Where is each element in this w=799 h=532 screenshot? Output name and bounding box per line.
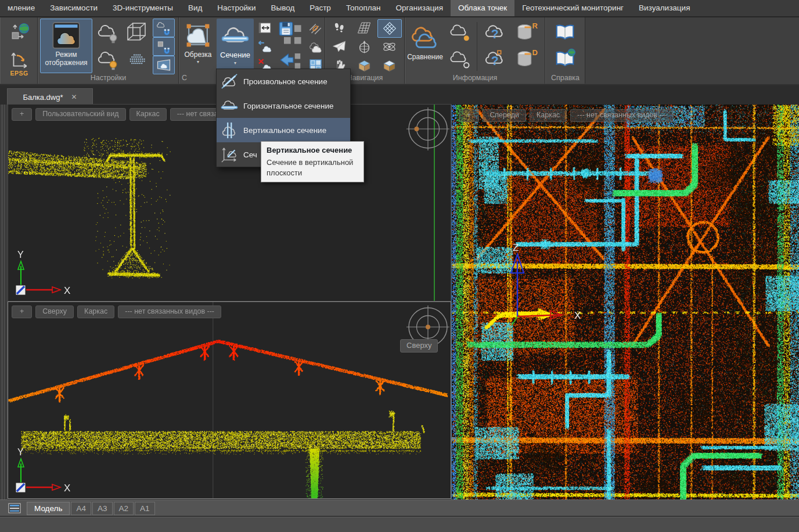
viewport-links-button[interactable]: --- нет связанных видов --- [118, 305, 221, 318]
epsg-button[interactable]: EPSG [6, 46, 32, 80]
layout-tab-a4[interactable]: А4 [71, 502, 91, 515]
cloud-image-button[interactable] [153, 56, 175, 74]
display-mode-button[interactable]: Режим отображения [40, 19, 92, 73]
compare-clouds-icon [410, 22, 440, 52]
help-button[interactable] [552, 19, 578, 45]
view-compass[interactable] [405, 106, 451, 152]
viewport-add-button[interactable]: + [459, 109, 479, 122]
point-density-button[interactable] [123, 46, 150, 71]
menu-item-vertical-section[interactable]: Вертикальное сечение [217, 118, 350, 142]
viewport-style-button[interactable]: Каркас [129, 108, 167, 121]
clip-button[interactable]: Обрезка ▾ [181, 19, 215, 73]
database-d-button[interactable]: D [512, 46, 541, 71]
fly-button[interactable] [327, 38, 351, 55]
free-orbit-button[interactable] [377, 38, 401, 55]
isolines-button[interactable] [307, 19, 324, 37]
help-book-icon [553, 21, 577, 43]
menubar: мление Зависимости 3D-инструменты Вид На… [0, 0, 799, 17]
clip-extents-button[interactable] [255, 19, 274, 37]
viewport-style-button[interactable]: Каркас [530, 109, 567, 122]
node-snap-button[interactable] [153, 37, 175, 56]
viewport-add-button[interactable]: + [12, 108, 32, 121]
cloud-lightbulb-orange-icon [96, 47, 119, 70]
ucs-icon: Y X [8, 446, 78, 497]
ribbon-panel-help: Справка [545, 17, 585, 84]
grid-mode-button[interactable] [377, 19, 402, 38]
footprints-icon [332, 20, 347, 35]
menu-tab-vizualizatsiya[interactable]: Визуализация [631, 0, 697, 16]
layout-tab-a1[interactable]: А1 [135, 502, 155, 515]
layout-tab-a2[interactable]: А2 [114, 502, 134, 515]
compass-dot[interactable] [426, 325, 430, 329]
geo-position-button[interactable] [6, 20, 32, 45]
ribbon-panel-info: Сравнение ? ? R D Информация [405, 17, 545, 84]
menu-tab-zavisimosti[interactable]: Зависимости [42, 0, 105, 16]
menu-tab-vyvod[interactable]: Вывод [264, 0, 303, 16]
globe-axes-icon [8, 21, 30, 44]
zoom-extents-button[interactable] [352, 56, 376, 74]
menu-tab-rastr[interactable]: Растр [302, 0, 339, 16]
bounding-box-button[interactable] [123, 19, 150, 45]
cloud-question-icon: ? [483, 20, 507, 44]
document-tab[interactable]: Балка.dwg* ✕ [7, 88, 93, 105]
menu-tab-geotech-monitoring[interactable]: Геотехнический мониторинг [514, 0, 631, 16]
display-mode-icon [50, 21, 82, 50]
viewport-view-button[interactable]: Спереди [483, 109, 526, 122]
axis-section-icon [221, 146, 238, 163]
axis-x-label: X [574, 310, 581, 321]
save-section-button[interactable] [275, 19, 305, 47]
viewport-add-button[interactable]: + [12, 305, 32, 318]
extents-arrow-icon [257, 20, 272, 35]
dotted-cloud-icon [125, 47, 148, 70]
menu-item-horizontal-section[interactable]: Горизонтальное сечение [217, 94, 350, 118]
menu-item-free-section[interactable]: Произвольное сечение [217, 69, 350, 94]
layout-tab-a3[interactable]: А3 [92, 502, 113, 515]
viewport-right[interactable]: + Спереди Каркас --- нет связанных видов… [451, 105, 799, 499]
section-dropdown-arrow-icon[interactable]: ▾ [234, 61, 236, 66]
compass-dot[interactable] [415, 127, 419, 131]
viewport-style-button[interactable]: Каркас [77, 305, 114, 318]
menu-tab-oformlenie[interactable]: мление [0, 0, 42, 16]
cloud-snap-button[interactable] [153, 19, 175, 37]
application-window: мление Зависимости 3D-инструменты Вид На… [0, 0, 799, 532]
viewport-view-button[interactable]: Сверху [35, 305, 74, 318]
viewport-view-button[interactable]: Пользовательский вид [35, 108, 125, 121]
section-button[interactable]: Сечение ▾ [217, 19, 254, 73]
cloud-light-on-button[interactable] [94, 46, 121, 71]
compare-button[interactable]: Сравнение [406, 19, 444, 73]
horizontal-section-icon [221, 97, 238, 114]
orbit-button[interactable] [352, 38, 376, 55]
menu-tab-nastroyki[interactable]: Настройки [210, 0, 263, 16]
section-label: Сечение [220, 51, 250, 60]
walk-button[interactable] [327, 19, 351, 37]
viewport-links-button[interactable]: --- нет связанных видов --- [570, 109, 674, 122]
viewport-controls: + Сверху Каркас --- нет связанных видов … [12, 305, 221, 318]
cloud-light-off-button[interactable] [94, 19, 121, 45]
box-iso-icon [381, 57, 397, 73]
svg-text:?: ? [491, 27, 499, 41]
help-book-globe-icon [553, 48, 577, 70]
plan-view-button[interactable] [352, 19, 376, 37]
close-tab-icon[interactable]: ✕ [71, 93, 77, 101]
axis-y-label: Y [17, 250, 24, 260]
point-info-button[interactable]: ? [480, 46, 510, 71]
menu-tab-point-clouds[interactable]: Облака точек [451, 0, 514, 16]
menu-tab-vid[interactable]: Вид [181, 0, 210, 16]
left-dock-strip[interactable] [0, 105, 8, 499]
previous-clip-button[interactable] [255, 38, 274, 55]
menu-tab-topoplan[interactable]: Топоплан [339, 0, 388, 16]
database-r-button[interactable]: R [512, 19, 541, 45]
viewport-bottom-left[interactable]: + Сверху Каркас --- нет связанных видов … [8, 302, 451, 498]
cloud-info-button[interactable]: ? [480, 19, 510, 45]
menu-tab-organizatsiya[interactable]: Организация [388, 0, 451, 16]
layout-list-icon[interactable] [8, 503, 21, 513]
layout-tab-model[interactable]: Модель [27, 502, 70, 515]
menu-tab-3d-tools[interactable]: 3D-инструменты [105, 0, 181, 16]
axis-x-label: X [64, 285, 70, 296]
cloud-point-add-button[interactable] [446, 19, 474, 45]
clip-dropdown-arrow-icon[interactable]: ▾ [197, 60, 199, 64]
cloud-point-remove-button[interactable] [446, 46, 474, 71]
zoom-window-button[interactable] [377, 56, 401, 74]
online-help-button[interactable] [552, 46, 578, 71]
cloud-copy-button[interactable] [307, 38, 324, 55]
